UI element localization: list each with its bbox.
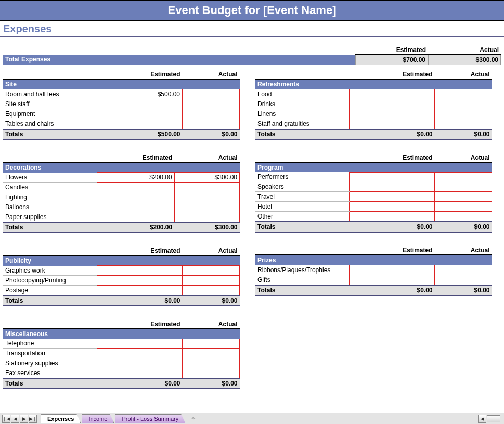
line-item-label: Linens	[255, 109, 349, 119]
totals-actual: $0.00	[183, 129, 240, 139]
line-item-actual[interactable]	[183, 275, 240, 285]
tab-expenses[interactable]: Expenses	[41, 414, 81, 423]
line-item-label: Speakers	[255, 182, 349, 192]
line-item-label: Lighting	[3, 192, 97, 202]
line-item-estimated[interactable]	[97, 119, 183, 130]
col-header-actual: Actual	[183, 247, 240, 255]
tab-nav-last[interactable]: ▶❘	[29, 415, 37, 423]
line-item-label: Room and hall fees	[3, 89, 97, 99]
tab-nav-prev[interactable]: ◀	[11, 415, 19, 423]
line-item-actual[interactable]	[183, 266, 240, 276]
line-item-actual[interactable]	[183, 358, 240, 368]
line-item-actual[interactable]	[183, 368, 240, 379]
line-item-estimated[interactable]	[349, 212, 435, 222]
line-item-actual[interactable]	[174, 212, 239, 223]
line-item-estimated[interactable]	[349, 182, 435, 192]
line-item-actual[interactable]	[435, 202, 492, 212]
col-header-estimated: Estimated	[97, 247, 183, 255]
line-item-actual[interactable]	[183, 339, 240, 349]
header-estimated: Estimated	[355, 46, 428, 55]
tab-nav-next[interactable]: ▶	[20, 415, 28, 423]
line-item-label: Telephone	[3, 339, 97, 349]
line-item-actual[interactable]	[183, 119, 240, 130]
line-item-estimated[interactable]: $200.00	[97, 173, 174, 183]
horizontal-scrollbar[interactable]: ◀	[478, 415, 502, 423]
line-item-estimated[interactable]	[97, 266, 183, 276]
line-item-actual[interactable]	[174, 202, 239, 212]
totals-estimated: $0.00	[349, 222, 435, 232]
totals-actual: $0.00	[435, 129, 492, 139]
tab-income[interactable]: Income	[82, 414, 114, 423]
line-item-estimated[interactable]	[349, 119, 435, 129]
line-item-label: Other	[255, 212, 349, 222]
line-item-actual[interactable]: $300.00	[174, 173, 239, 183]
tab-profit-loss[interactable]: Profit - Loss Summary	[115, 414, 185, 423]
totals-estimated: $0.00	[97, 295, 183, 306]
line-item-estimated[interactable]	[97, 285, 183, 295]
col-header-estimated: Estimated	[97, 70, 183, 79]
line-item-label: Performers	[255, 172, 349, 182]
line-item-label: Postage	[3, 285, 97, 295]
line-item-actual[interactable]	[435, 212, 492, 222]
category-table-miscellaneous: EstimatedActualMiscellaneousTelephoneTra…	[3, 320, 240, 390]
line-item-actual[interactable]	[183, 89, 240, 99]
scroll-left-icon[interactable]: ◀	[478, 415, 486, 423]
totals-estimated: $0.00	[349, 129, 435, 139]
line-item-estimated[interactable]	[97, 368, 183, 379]
line-item-estimated[interactable]	[97, 202, 174, 212]
col-header-estimated: Estimated	[97, 320, 183, 329]
line-item-estimated[interactable]	[349, 202, 435, 212]
line-item-estimated[interactable]	[349, 99, 435, 109]
line-item-actual[interactable]	[183, 349, 240, 358]
line-item-estimated[interactable]	[349, 172, 435, 182]
totals-label: Totals	[3, 129, 97, 139]
category-header: Miscellaneous	[3, 329, 240, 339]
totals-actual: $0.00	[435, 285, 492, 295]
totals-actual: $0.00	[183, 295, 240, 306]
line-item-actual[interactable]	[435, 99, 492, 109]
line-item-actual[interactable]	[183, 109, 240, 119]
totals-label: Totals	[255, 222, 349, 232]
line-item-estimated[interactable]	[97, 349, 183, 358]
line-item-label: Ribbons/Plaques/Trophies	[255, 265, 349, 275]
line-item-estimated[interactable]	[97, 183, 174, 192]
col-header-actual: Actual	[435, 153, 492, 162]
line-item-actual[interactable]	[435, 275, 492, 285]
line-item-actual[interactable]	[174, 192, 239, 202]
line-item-label: Fax services	[3, 368, 97, 379]
line-item-actual[interactable]	[435, 265, 492, 275]
line-item-estimated[interactable]	[97, 99, 183, 109]
tab-nav-first[interactable]: ❘◀	[2, 415, 10, 423]
line-item-estimated[interactable]	[97, 358, 183, 368]
line-item-estimated[interactable]	[97, 339, 183, 349]
line-item-actual[interactable]	[435, 89, 492, 99]
col-header-estimated: Estimated	[97, 153, 174, 162]
line-item-actual[interactable]	[174, 183, 239, 192]
line-item-actual[interactable]	[435, 119, 492, 129]
totals-estimated: $200.00	[97, 222, 174, 233]
line-item-estimated[interactable]	[349, 275, 435, 285]
line-item-label: Staff and gratuities	[255, 119, 349, 129]
line-item-estimated[interactable]	[97, 212, 174, 223]
line-item-estimated[interactable]	[349, 89, 435, 99]
new-sheet-icon[interactable]: ✧	[187, 415, 199, 423]
totals-estimated: $0.00	[349, 285, 435, 295]
line-item-estimated[interactable]	[97, 109, 183, 119]
line-item-actual[interactable]	[183, 99, 240, 109]
line-item-estimated[interactable]	[349, 109, 435, 119]
line-item-estimated[interactable]: $500.00	[97, 89, 183, 99]
line-item-actual[interactable]	[435, 172, 492, 182]
totals-estimated: $500.00	[97, 129, 183, 139]
line-item-actual[interactable]	[435, 109, 492, 119]
line-item-label: Travel	[255, 192, 349, 202]
line-item-actual[interactable]	[435, 182, 492, 192]
line-item-estimated[interactable]	[349, 192, 435, 202]
line-item-estimated[interactable]	[97, 192, 174, 202]
scroll-thumb[interactable]	[487, 415, 500, 422]
line-item-actual[interactable]	[435, 192, 492, 202]
line-item-estimated[interactable]	[349, 265, 435, 275]
line-item-estimated[interactable]	[97, 275, 183, 285]
totals-label: Totals	[3, 222, 97, 233]
line-item-actual[interactable]	[183, 285, 240, 295]
line-item-label: Transportation	[3, 349, 97, 358]
